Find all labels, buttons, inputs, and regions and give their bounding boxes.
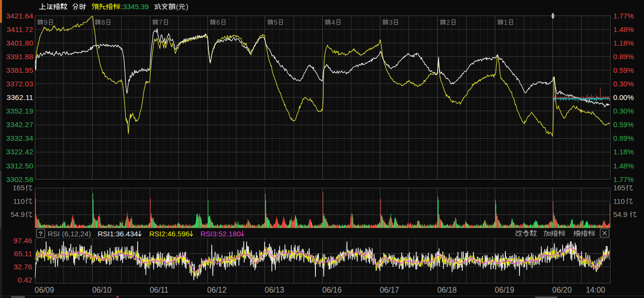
svg-text:3352.19: 3352.19 — [6, 107, 33, 115]
svg-text:9: 9 — [44, 19, 47, 26]
svg-text:1.18%: 1.18% — [613, 148, 634, 156]
svg-text:4: 4 — [331, 19, 335, 26]
svg-text:0.42: 0.42 — [17, 276, 32, 284]
svg-text:RSI2:46.596: RSI2:46.596 — [149, 230, 189, 238]
svg-text:110: 110 — [13, 197, 25, 205]
svg-text:3: 3 — [389, 19, 393, 26]
svg-text:06/19: 06/19 — [495, 286, 514, 294]
svg-text:RSI1:36.434: RSI1:36.434 — [98, 230, 138, 238]
svg-text:1.77%: 1.77% — [613, 12, 634, 20]
svg-text:?: ? — [39, 230, 43, 237]
svg-text:06/09: 06/09 — [35, 286, 54, 294]
svg-text:110: 110 — [613, 197, 625, 205]
svg-text:1.18%: 1.18% — [613, 39, 634, 47]
svg-text:06/13: 06/13 — [265, 286, 284, 294]
svg-text:165: 165 — [613, 183, 626, 192]
svg-text:1.48%: 1.48% — [613, 25, 634, 33]
svg-text:RSI3:52.180: RSI3:52.180 — [201, 230, 241, 238]
svg-text:0.30%: 0.30% — [613, 107, 634, 115]
svg-text:3312.50: 3312.50 — [6, 162, 33, 170]
svg-text:0.89%: 0.89% — [613, 52, 634, 61]
svg-text:3362.11: 3362.11 — [7, 93, 33, 101]
svg-text:54.9: 54.9 — [11, 210, 25, 218]
svg-text:165: 165 — [13, 183, 25, 192]
svg-text:06/11: 06/11 — [150, 286, 169, 294]
svg-text:2: 2 — [446, 19, 450, 26]
svg-text:3372.03: 3372.03 — [6, 80, 33, 88]
svg-text:3401.80: 3401.80 — [6, 39, 33, 47]
svg-text:0.89%: 0.89% — [613, 134, 634, 142]
svg-text:7: 7 — [159, 19, 163, 26]
svg-text:1.77%: 1.77% — [613, 175, 634, 183]
svg-text:0.59%: 0.59% — [613, 66, 634, 74]
svg-text:3391.88: 3391.88 — [6, 52, 33, 61]
svg-text:3302.58: 3302.58 — [6, 175, 33, 183]
svg-text:06/18: 06/18 — [437, 286, 456, 294]
svg-text:06/20: 06/20 — [552, 286, 572, 294]
svg-text:65.11: 65.11 — [14, 249, 32, 258]
svg-text:5: 5 — [274, 19, 278, 26]
svg-text:8: 8 — [101, 19, 105, 26]
svg-text:0.00%: 0.00% — [613, 93, 634, 101]
svg-text:6: 6 — [216, 19, 220, 26]
svg-text:3345.39: 3345.39 — [123, 3, 149, 11]
svg-text:97.46: 97.46 — [14, 236, 32, 245]
svg-text:0.59%: 0.59% — [613, 120, 634, 129]
svg-text:06/16: 06/16 — [322, 286, 342, 294]
svg-text:06/10: 06/10 — [92, 286, 111, 294]
svg-text:3332.34: 3332.34 — [6, 134, 33, 142]
svg-text:1: 1 — [504, 19, 508, 26]
svg-text:1.48%: 1.48% — [613, 162, 634, 170]
svg-text:3411.72: 3411.72 — [7, 25, 33, 33]
svg-text:(: ( — [176, 2, 178, 11]
svg-text:32.76: 32.76 — [14, 263, 32, 271]
svg-text:RSI (6,12,24): RSI (6,12,24) — [48, 230, 91, 238]
svg-text:14:00: 14:00 — [586, 286, 605, 294]
svg-text:): ) — [186, 2, 188, 11]
svg-text:3381.95: 3381.95 — [6, 66, 33, 74]
svg-text:06/17: 06/17 — [380, 286, 399, 294]
svg-text:54.9: 54.9 — [613, 210, 628, 218]
svg-text:06/12: 06/12 — [207, 286, 227, 294]
svg-text:3421.64: 3421.64 — [6, 12, 33, 20]
svg-text:3322.42: 3322.42 — [6, 148, 33, 156]
svg-text:0.30%: 0.30% — [613, 80, 634, 88]
svg-text:3342.27: 3342.27 — [6, 120, 33, 129]
